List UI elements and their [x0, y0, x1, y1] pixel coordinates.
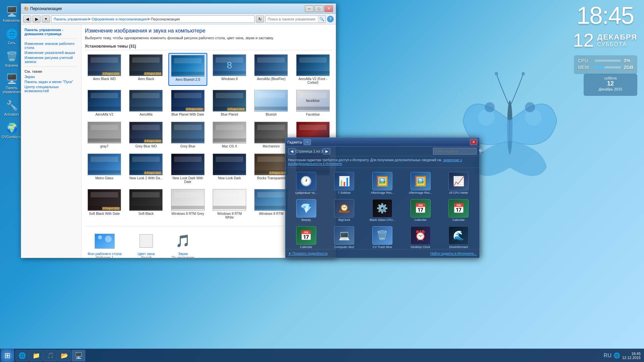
breadcrumb-current: Персонализация [151, 17, 180, 21]
left-sidebar: Панель управления - домашняя страница Из… [21, 24, 82, 258]
gadget-computer-dtu2[interactable]: 💻 Computer dtu2 [326, 225, 363, 249]
gadgets-online-button[interactable]: Найти гаджеты в Интернете... [430, 252, 477, 255]
gadgets-privacy-link[interactable]: заявление о конфиденциальности в Интерне… [288, 158, 462, 166]
gadget-calendar2[interactable]: 📅 Calendar [440, 198, 477, 223]
theme-blue-planet-date[interactable]: X Project 2010 Blue Planet With Date [168, 88, 207, 118]
gadgets-search-input[interactable] [433, 149, 479, 153]
breadcrumb-personalization-parent[interactable]: Оформление и персонализация [92, 17, 147, 21]
theme-label-soft-black: Soft Black [139, 212, 154, 216]
theme-aeroa-bluefire[interactable]: AeroAlfa (BlueFire) [252, 53, 290, 86]
gadget-desktop-clock[interactable]: ⏰ Desktop Clock [402, 225, 439, 249]
gadget-beauty[interactable]: 💎 Beauty [288, 198, 324, 223]
gadget-label-cv-trash-blue: CV Trash Blue [373, 245, 392, 249]
gadget-icon-calendar2: 📅 [448, 199, 469, 218]
gadget-bigclock[interactable]: 🕰️ BigClock [326, 198, 363, 223]
theme-new-look2[interactable]: X Project 2010 New Look 2 With Da... [126, 152, 165, 185]
gadgets-details-button[interactable]: ▼ Показать подробности [288, 252, 328, 255]
theme-grey-blue[interactable]: Grey Blue [168, 120, 207, 149]
taskbar-media-button[interactable]: 🎵 [44, 350, 57, 361]
gadget-diveinformant[interactable]: 🌊 DiveInformant [440, 225, 477, 249]
desktop-icon-recycle[interactable]: 🗑️ Корзина [1, 48, 22, 69]
start-button[interactable]: ⊞ [1, 349, 14, 362]
theme-aeroa[interactable]: AeroAlfa [126, 88, 165, 118]
sidebar-link-account[interactable]: Изменение рисунка учетной записи [24, 56, 78, 64]
breadcrumb-home[interactable]: Панель управления [54, 17, 88, 21]
desktop-icon-ovgorskiy[interactable]: 🌍 OVGorskiy.ru [1, 120, 22, 140]
desktop-icon-activators[interactable]: 🔧 Activators [1, 97, 22, 118]
theme-soft-black-date[interactable]: X Project 2010 Soft Black With Date [85, 188, 124, 221]
gadgets-prev-button[interactable]: ◀ [288, 148, 296, 155]
gadget-calendar1[interactable]: 📅 Calendar [402, 198, 439, 223]
gadget-black-glass-cpu[interactable]: ⚙️ Black Glass CPU... [364, 198, 400, 223]
color-label: Цвет окна [138, 252, 155, 256]
gadget-icon-cv-trash-blue: 🗑️ [372, 226, 392, 245]
search-button[interactable]: 🔍 [318, 16, 325, 22]
sidebar-link-cursor[interactable]: Изменение указателей мыши [24, 51, 78, 55]
taskbar-ie-button[interactable]: 🌐 [15, 350, 29, 361]
theme-blueish[interactable]: Blueish [252, 88, 290, 118]
up-button[interactable]: ▼ [42, 15, 50, 23]
theme-aeroa-v2font[interactable]: AeroAlfa V2 (Font - Corbel) [293, 53, 332, 86]
sound-icon: 🎵 [173, 231, 193, 251]
gadgets-close-button[interactable]: ✕ [470, 139, 477, 145]
theme-thumb-blueish [254, 90, 288, 112]
theme-new-look-dark[interactable]: New Look Dark [210, 152, 249, 185]
theme-thumb-soft-black-date: X Project 2010 [88, 189, 121, 211]
tray-time: 18:45 12.12.2015 [622, 352, 641, 360]
theme-thumb-win8rtm-grey [171, 189, 205, 211]
gadget-label-beauty: Beauty [302, 218, 311, 222]
forward-button[interactable]: ▶ [33, 15, 41, 23]
desktop-icon-computer[interactable]: 🖥️ Компьютер [1, 3, 22, 24]
theme-win8rtm-grey[interactable]: Windows 8 RTM Grey [168, 188, 207, 221]
taskbar-explorer-button[interactable]: 📁 [30, 350, 43, 361]
theme-gray7[interactable]: gray7 [85, 120, 124, 149]
sidebar-link-icons[interactable]: Изменение значков рабочего стола [24, 42, 78, 50]
theme-soft-black[interactable]: Soft Black [126, 188, 165, 221]
help-button[interactable]: ? [327, 16, 334, 22]
theme-new-look-dark-date[interactable]: New Look Dark With Date [168, 152, 207, 185]
sidebar-home-link[interactable]: Панель управления - домашняя страница [24, 28, 78, 36]
theme-blue-planet[interactable]: X Project 2010 Blue Planet [210, 88, 249, 118]
computer-icon: 🖥️ [5, 5, 18, 18]
theme-aero-black-wd[interactable]: X Project 2010 Aero Black WD [85, 53, 124, 86]
taskbar-folder-button[interactable]: 📂 [58, 350, 71, 361]
theme-win8rtm-white[interactable]: Windows 8 RTM White [210, 188, 249, 221]
sidebar-link-taskbar[interactable]: Панель задач и меню "Пуск" [24, 80, 78, 84]
color-button[interactable]: Цвет окна Другой [131, 230, 161, 258]
gadget-calendar3[interactable]: 📅 Calendar [288, 225, 324, 249]
gadget-sidebar7[interactable]: 📊 7 Sidebar [326, 171, 363, 196]
gadget-afterimage2[interactable]: 🖼️ Afterimage Res... [402, 171, 439, 196]
search-input[interactable] [266, 17, 318, 21]
gadget-label-desktop-clock: Desktop Clock [411, 245, 430, 249]
theme-mac-osx[interactable]: Mac OS X [210, 120, 249, 149]
theme-windows8[interactable]: 8 Windows 8 [210, 53, 249, 86]
theme-thumb-aeroa-bluefire [254, 54, 288, 76]
close-button[interactable]: ✕ [324, 5, 333, 12]
wallpaper-button[interactable]: Фон рабочего стола Wallpaper 1 [85, 230, 124, 258]
back-button[interactable]: ◀ [23, 15, 31, 23]
minimize-button[interactable]: ─ [305, 5, 314, 12]
breadcrumb: Панель управления ▶ Оформление и персона… [51, 15, 255, 23]
sidebar-link-screen[interactable]: Экран [24, 75, 78, 79]
gadget-digital-clock[interactable]: 🕐 Цифровые ча... [288, 171, 324, 196]
taskbar-panel-button[interactable]: 🖥️ [72, 350, 85, 361]
theme-aero-blueish[interactable]: Aero Blueish 2.0 [168, 53, 207, 86]
gadgets-minimize-button[interactable]: ─ [304, 139, 311, 145]
theme-aeroa-v2[interactable]: AeroAlfa V2 [85, 88, 124, 118]
maximize-button[interactable]: □ [315, 5, 323, 12]
gadget-afterimage1[interactable]: 🖼️ Afterimage Res... [364, 171, 400, 196]
gadget-cpu-meter[interactable]: 📈 All CPU Meter [440, 171, 477, 196]
theme-metro-glass[interactable]: Metro Glass [85, 152, 124, 185]
theme-label-new-look-dark: New Look Dark [218, 176, 241, 180]
sidebar-link-accessibility[interactable]: Центр специальных возможностей [24, 85, 78, 93]
theme-aero-black[interactable]: X Project 2010 Aero Black [126, 53, 165, 86]
sound-button[interactable]: 🎵 Звуки По умолчанию [168, 230, 198, 258]
address-bar: ◀ ▶ ▼ Панель управления ▶ Оформление и п… [21, 14, 336, 24]
desktop-icon-control-panel[interactable]: 🖥️ Панель управления [1, 71, 22, 96]
desktop-icon-network[interactable]: 🌐 Сеть [1, 26, 22, 47]
gadget-cv-trash-blue[interactable]: 🗑️ CV Trash Blue [364, 225, 400, 249]
gadgets-next-button[interactable]: ▶ [323, 148, 330, 155]
refresh-button[interactable]: ↻ [256, 15, 264, 23]
theme-grey-blue-wd[interactable]: X Project 2010 Grey Blue WD [126, 120, 165, 149]
theme-faceblue[interactable]: faceblue Faceblue [293, 88, 332, 118]
